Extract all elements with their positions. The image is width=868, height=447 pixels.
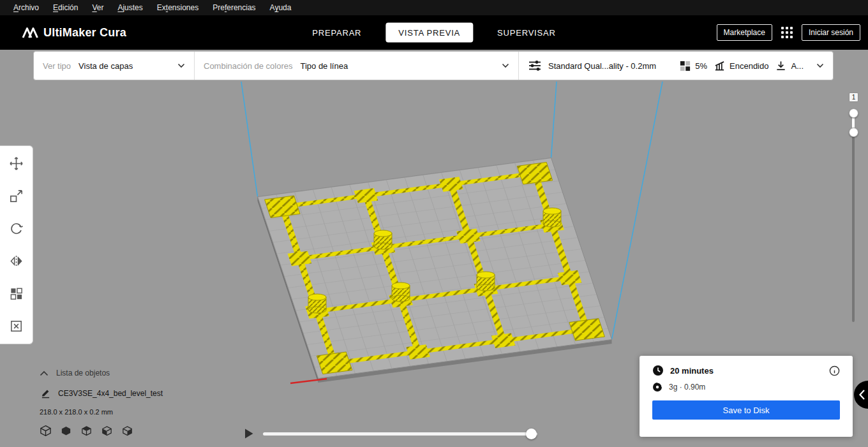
rotate-tool-icon bbox=[9, 221, 24, 236]
mirror-tool-icon bbox=[9, 254, 24, 268]
info-icon[interactable] bbox=[829, 365, 840, 376]
timeline-slider[interactable] bbox=[263, 432, 537, 436]
sliders-icon bbox=[528, 59, 542, 73]
menu-item-preferencias[interactable]: Preferencias bbox=[206, 0, 262, 15]
stage-nav: PREPARAR VISTA PREVIA SUPERVISAR bbox=[299, 23, 568, 43]
chevron-down-icon bbox=[177, 63, 185, 68]
object-dimensions: 218.0 x 218.0 x 0.2 mm bbox=[40, 408, 163, 416]
rotate-tool-button[interactable] bbox=[1, 212, 33, 245]
menu-item-ayuda[interactable]: Ayuda bbox=[263, 0, 299, 15]
menu-item-ver[interactable]: Ver bbox=[85, 0, 110, 15]
view-left-icon[interactable] bbox=[101, 425, 113, 437]
app-header: UltiMaker Cura PREPARAR VISTA PREVIA SUP… bbox=[0, 15, 868, 50]
app-title: UltiMaker Cura bbox=[43, 26, 126, 40]
support-group: Encendido bbox=[714, 60, 768, 72]
logo-mark-icon bbox=[22, 26, 38, 39]
support-value: Encendido bbox=[730, 61, 768, 71]
clock-icon bbox=[652, 365, 664, 376]
rename-pencil-icon bbox=[41, 388, 50, 399]
chevron-down-icon bbox=[816, 63, 824, 68]
menu-item-extensiones[interactable]: Extensiones bbox=[150, 0, 206, 15]
object-name: CE3V3SE_4x4_bed_level_test bbox=[58, 389, 163, 398]
adhesion-group: A... bbox=[775, 60, 804, 72]
tab-preparar[interactable]: PREPARAR bbox=[299, 23, 374, 43]
save-to-disk-button[interactable]: Save to Disk bbox=[652, 400, 840, 420]
material-usage: 3g · 0.90m bbox=[669, 383, 705, 392]
view-front-icon[interactable] bbox=[60, 425, 72, 437]
chevron-down-icon bbox=[502, 63, 509, 68]
chevron-up-icon bbox=[40, 370, 49, 376]
tool-panel bbox=[0, 145, 33, 344]
camera-view-buttons bbox=[40, 425, 163, 437]
scale-tool-button[interactable] bbox=[1, 180, 33, 212]
move-tool-button[interactable] bbox=[1, 147, 33, 180]
object-list-item[interactable]: CE3V3SE_4x4_bed_level_test bbox=[40, 388, 163, 399]
view-type-label: Ver tipo bbox=[43, 61, 71, 71]
object-list-title: Lista de objetos bbox=[56, 369, 110, 377]
infill-group: 5% bbox=[679, 60, 707, 72]
menu-item-edicion[interactable]: Edición bbox=[46, 0, 85, 15]
per-model-settings-button[interactable] bbox=[1, 277, 33, 310]
view-3d-icon[interactable] bbox=[40, 425, 52, 437]
apps-grid-icon[interactable] bbox=[781, 27, 793, 38]
mirror-tool-button[interactable] bbox=[1, 245, 33, 277]
timeline-handle[interactable] bbox=[526, 429, 537, 439]
per-model-settings-icon bbox=[9, 286, 24, 301]
object-list-toggle[interactable]: Lista de objetos bbox=[40, 369, 163, 377]
chevron-left-icon bbox=[858, 389, 865, 400]
scale-tool-icon bbox=[9, 189, 24, 203]
infill-icon bbox=[679, 60, 691, 72]
header-right: Marketplace Iniciar sesión bbox=[717, 24, 860, 41]
app-logo: UltiMaker Cura bbox=[22, 26, 126, 40]
support-icon bbox=[714, 60, 726, 72]
view-type-dropdown[interactable]: Ver tipo Vista de capas bbox=[34, 52, 195, 80]
view-right-icon[interactable] bbox=[121, 425, 133, 437]
play-button[interactable] bbox=[243, 427, 255, 440]
menu-bar: Archivo Edición Ver Ajustes Extensiones … bbox=[0, 0, 868, 15]
material-spool-icon bbox=[652, 382, 662, 392]
color-scheme-dropdown[interactable]: Combinación de colores Tipo de línea bbox=[195, 52, 519, 80]
profile-value: Standard Qual...ality - 0.2mm bbox=[548, 61, 656, 71]
print-summary-panel: 20 minutes 3g · 0.90m Save to Disk bbox=[640, 356, 853, 437]
move-tool-icon bbox=[9, 156, 24, 171]
layer-slider-handle-top[interactable] bbox=[849, 108, 858, 118]
sign-in-button[interactable]: Iniciar sesión bbox=[802, 24, 860, 41]
tab-vista-previa[interactable]: VISTA PREVIA bbox=[385, 23, 473, 43]
layer-slider-handle-bottom[interactable] bbox=[849, 128, 858, 137]
view-top-icon[interactable] bbox=[80, 425, 93, 437]
infill-value: 5% bbox=[695, 61, 707, 71]
color-scheme-value: Tipo de línea bbox=[300, 61, 348, 71]
support-blocker-button[interactable] bbox=[1, 310, 33, 342]
menu-item-ajustes[interactable]: Ajustes bbox=[110, 0, 149, 15]
object-list: Lista de objetos CE3V3SE_4x4_bed_level_t… bbox=[40, 369, 163, 437]
view-type-value: Vista de capas bbox=[79, 61, 133, 71]
print-settings-summary[interactable]: Standard Qual...ality - 0.2mm 5% Encendi… bbox=[519, 52, 833, 80]
support-blocker-icon bbox=[9, 319, 24, 333]
adhesion-icon bbox=[775, 60, 787, 72]
marketplace-button[interactable]: Marketplace bbox=[717, 24, 772, 41]
layer-number-badge[interactable]: 1 bbox=[849, 92, 858, 102]
print-time: 20 minutes bbox=[670, 366, 714, 376]
play-icon bbox=[244, 428, 254, 439]
build-plate bbox=[258, 158, 612, 379]
menu-item-archivo[interactable]: Archivo bbox=[6, 0, 46, 15]
layer-slider-track[interactable] bbox=[852, 110, 855, 322]
color-scheme-label: Combinación de colores bbox=[204, 61, 292, 71]
adhesion-value: A... bbox=[791, 61, 804, 71]
view-toolbar: Ver tipo Vista de capas Combinación de c… bbox=[33, 51, 834, 80]
tab-supervisar[interactable]: SUPERVISAR bbox=[484, 23, 569, 43]
